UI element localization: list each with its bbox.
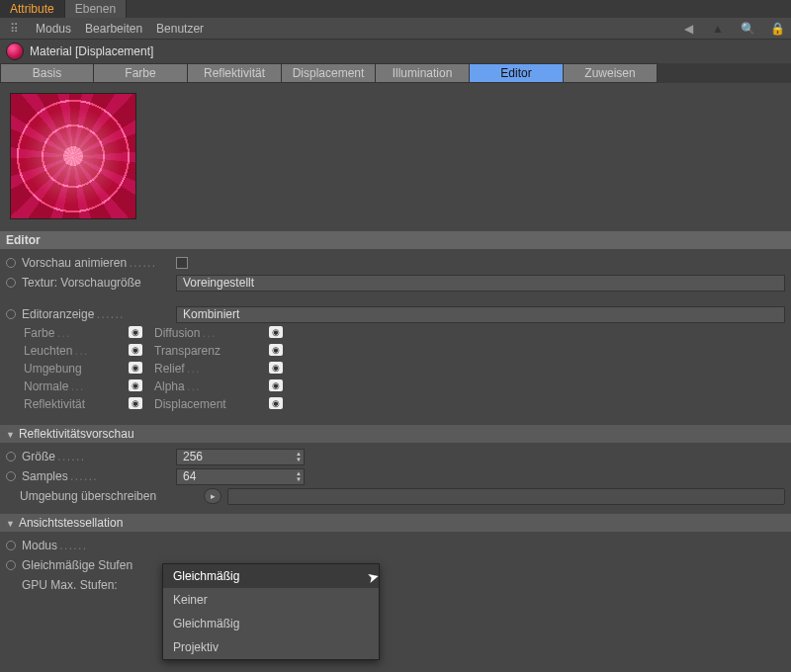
- menu-bearbeiten[interactable]: Bearbeiten: [85, 22, 142, 36]
- popup-item-gleichmaessig[interactable]: Gleichmäßig: [163, 612, 379, 635]
- section-ansichtstessellation-header[interactable]: Ansichtstessellation: [0, 514, 791, 532]
- channel-normale-label: Normale: [24, 379, 123, 393]
- channel-reflektivitaet-label: Reflektivität: [24, 397, 123, 411]
- eye-icon[interactable]: ◉: [129, 344, 142, 356]
- param-bullet[interactable]: [6, 541, 16, 550]
- label-modus: Modus: [22, 539, 154, 552]
- label-samples: Samples: [22, 469, 170, 483]
- eye-icon[interactable]: ◉: [269, 397, 283, 409]
- eye-icon[interactable]: ◉: [129, 362, 142, 374]
- nav-back-icon[interactable]: ◀: [680, 21, 696, 37]
- material-name: Material [Displacement]: [30, 44, 153, 58]
- channel-displacement-label: Displacement: [154, 397, 263, 411]
- channel-diffusion-label: Diffusion: [154, 326, 263, 340]
- param-bullet[interactable]: [6, 278, 16, 288]
- channel-transparenz-label: Transparenz: [154, 344, 263, 358]
- tab-ebenen[interactable]: Ebenen: [65, 0, 127, 18]
- dropdown-value: 256: [183, 450, 203, 463]
- label-gleichmaessige-stufen: Gleichmäßige Stufen: [22, 558, 154, 572]
- panel-grip-icon[interactable]: ⠿: [6, 21, 22, 37]
- section-reflektivitaetsvorschau-header[interactable]: Reflektivitätsvorschau: [0, 425, 791, 443]
- material-sphere-icon: [6, 42, 24, 60]
- eye-icon[interactable]: ◉: [269, 362, 283, 374]
- checkbox-vorschau-animieren[interactable]: [176, 257, 188, 269]
- tab-attribute[interactable]: Attribute: [0, 0, 65, 18]
- eye-icon[interactable]: ◉: [269, 379, 283, 391]
- stepper-icon[interactable]: ▲▼: [296, 451, 302, 462]
- eye-icon[interactable]: ◉: [129, 326, 142, 338]
- tab-basis[interactable]: Basis: [0, 63, 94, 83]
- channel-alpha-label: Alpha: [154, 379, 263, 393]
- param-bullet[interactable]: [6, 560, 16, 570]
- lock-icon[interactable]: 🔒: [769, 21, 785, 37]
- eye-icon[interactable]: ◉: [129, 397, 142, 409]
- label-textur-vorschaugroesse: Textur: Vorschaugröße: [22, 276, 170, 290]
- tab-zuweisen[interactable]: Zuweisen: [564, 63, 658, 83]
- menu-benutzer[interactable]: Benutzer: [156, 22, 204, 36]
- link-arrow-icon[interactable]: ▸: [204, 488, 221, 504]
- channel-umgebung-label: Umgebung: [24, 362, 123, 376]
- label-umgebung-ueberschreiben: Umgebung überschreiben: [20, 489, 198, 503]
- label-groesse: Größe: [22, 450, 170, 463]
- eye-icon[interactable]: ◉: [269, 344, 283, 356]
- search-icon[interactable]: 🔍: [740, 21, 755, 37]
- tab-editor[interactable]: Editor: [470, 63, 564, 83]
- label-editoranzeige: Editoranzeige: [22, 307, 170, 321]
- dropdown-value: Kombiniert: [183, 307, 239, 321]
- material-preview[interactable]: [10, 93, 136, 219]
- channel-farbe-label: Farbe: [24, 326, 123, 340]
- section-editor-header: Editor: [0, 231, 791, 249]
- channel-relief-label: Relief: [154, 362, 263, 376]
- dropdown-samples[interactable]: 64 ▲▼: [176, 468, 305, 485]
- tab-farbe[interactable]: Farbe: [94, 63, 188, 83]
- channel-leuchten-label: Leuchten: [24, 344, 123, 358]
- dropdown-value: Voreingestellt: [183, 276, 254, 290]
- dropdown-value: 64: [183, 469, 196, 483]
- param-bullet[interactable]: [6, 452, 16, 462]
- popup-item-gleichmaessig-selected[interactable]: Gleichmäßig: [163, 564, 379, 588]
- dropdown-textur-vorschaugroesse[interactable]: Voreingestellt: [176, 275, 785, 292]
- popup-item-projektiv[interactable]: Projektiv: [163, 635, 379, 659]
- field-umgebung-pfad[interactable]: [227, 488, 785, 505]
- eye-icon[interactable]: ◉: [269, 326, 283, 338]
- label-gpu-max-stufen: GPU Max. Stufen:: [22, 578, 154, 592]
- dropdown-editoranzeige[interactable]: Kombiniert: [176, 306, 785, 323]
- param-bullet[interactable]: [6, 471, 16, 481]
- eye-icon[interactable]: ◉: [129, 379, 142, 391]
- tab-illumination[interactable]: Illumination: [376, 63, 470, 83]
- nav-up-icon[interactable]: ▲: [710, 21, 726, 37]
- tab-reflektivitaet[interactable]: Reflektivität: [188, 63, 282, 83]
- dropdown-popup-modus: Gleichmäßig Keiner Gleichmäßig Projektiv: [162, 563, 380, 660]
- stepper-icon[interactable]: ▲▼: [296, 470, 302, 482]
- param-bullet[interactable]: [6, 309, 16, 319]
- tab-displacement[interactable]: Displacement: [282, 63, 376, 83]
- label-vorschau-animieren: Vorschau animieren: [22, 256, 170, 270]
- dropdown-groesse[interactable]: 256 ▲▼: [176, 449, 305, 465]
- popup-item-keiner[interactable]: Keiner: [163, 588, 379, 612]
- menu-modus[interactable]: Modus: [36, 22, 71, 36]
- param-bullet[interactable]: [6, 258, 16, 268]
